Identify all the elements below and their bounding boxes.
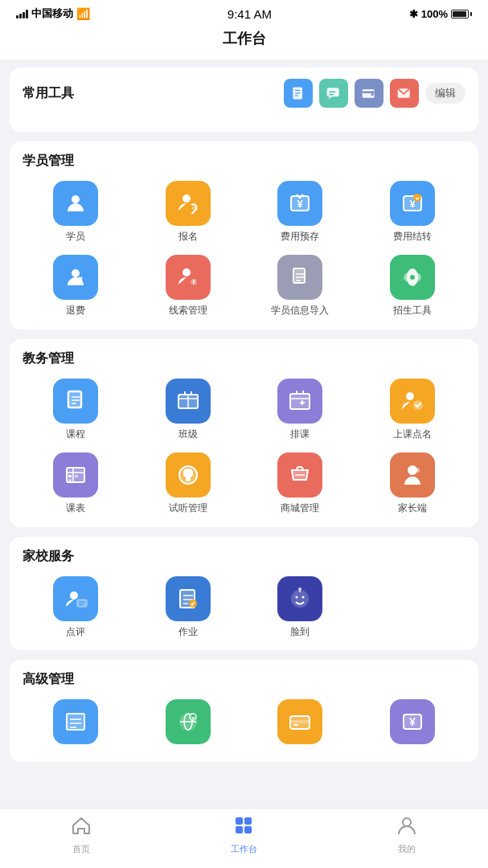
app-class[interactable]: 班级 (135, 379, 241, 440)
student-management-title: 学员管理 (23, 153, 74, 170)
app-fee-transfer[interactable]: ¥ 费用结转 (359, 181, 465, 242)
app-fee-deposit[interactable]: ¥ 费用预存 (248, 181, 354, 242)
student-management-grid: 学员 报名 ¥ 费用预存 ¥ 费用结转 (23, 181, 465, 317)
advanced-management-header: 高级管理 (23, 671, 465, 688)
edit-button[interactable]: 编辑 (425, 83, 465, 104)
svg-rect-94 (293, 724, 298, 726)
home-school-header: 家校服务 (23, 548, 465, 565)
svg-rect-59 (68, 475, 72, 477)
app-adv4[interactable]: ¥ (359, 699, 465, 749)
app-course-label: 课程 (66, 428, 85, 440)
app-timetable-label: 课表 (66, 502, 85, 514)
quick-mail-icon[interactable] (390, 79, 419, 108)
advanced-management-title: 高级管理 (23, 671, 74, 688)
app-refund[interactable]: 退费 (23, 255, 129, 316)
app-attendance[interactable]: 上课点名 (359, 379, 465, 440)
advanced-management-grid: ¥ (23, 699, 465, 749)
svg-rect-6 (329, 92, 335, 93)
tab-bar: 首页 工作台 我的 (0, 808, 488, 868)
app-clue[interactable]: 线索管理 (135, 255, 241, 316)
svg-point-14 (192, 206, 197, 211)
app-fee-transfer-label: 费用结转 (393, 231, 432, 242)
app-class-label: 班级 (178, 428, 198, 440)
quick-notebook-icon[interactable] (284, 79, 313, 108)
app-schedule-label: 排课 (290, 428, 310, 440)
svg-point-79 (302, 596, 305, 598)
svg-rect-100 (236, 826, 243, 833)
svg-point-22 (72, 269, 80, 277)
home-school-grid: 点评 作业 脸到 (23, 576, 465, 637)
app-attendance-label: 上课点名 (393, 428, 432, 440)
app-enroll[interactable]: 报名 (135, 181, 241, 242)
svg-text:¥: ¥ (409, 715, 416, 728)
app-student-label: 学员 (66, 231, 85, 242)
app-schedule[interactable]: 排课 (248, 379, 354, 440)
svg-point-80 (298, 588, 301, 591)
svg-point-23 (182, 268, 191, 276)
status-time: 9:41 AM (228, 7, 272, 21)
app-comment[interactable]: 点评 (23, 576, 129, 637)
quick-wallet-icon[interactable] (355, 79, 383, 108)
app-homework-label: 作业 (178, 626, 198, 637)
svg-rect-99 (244, 817, 252, 825)
app-trial-listen[interactable]: 试听管理 (135, 452, 241, 514)
quick-chat-icon[interactable] (319, 79, 348, 108)
app-adv1[interactable] (23, 699, 129, 749)
app-course[interactable]: 课程 (23, 379, 129, 440)
student-management-section: 学员管理 学员 报名 ¥ 费用预存 (10, 141, 478, 330)
app-student-import-label: 学员信息导入 (271, 305, 329, 316)
svg-rect-35 (68, 391, 81, 407)
app-parent-label: 家长端 (398, 502, 427, 514)
quick-tools-header: 常用工具 编辑 (23, 79, 465, 108)
svg-point-102 (403, 818, 411, 826)
status-left: 中国移动 📶 (16, 6, 90, 21)
home-school-section: 家校服务 点评 作业 脸到 (10, 537, 478, 650)
empty-slot-1 (359, 576, 465, 637)
svg-text:¥: ¥ (297, 198, 304, 210)
svg-point-21 (413, 194, 421, 202)
app-face-checkin-label: 脸到 (290, 626, 310, 637)
app-timetable[interactable]: 课表 (23, 452, 129, 514)
app-homework[interactable]: 作业 (135, 576, 241, 637)
app-clue-label: 线索管理 (169, 305, 207, 316)
student-management-header: 学员管理 (23, 153, 465, 170)
svg-rect-60 (75, 475, 78, 477)
tab-home-icon (71, 815, 92, 841)
app-enroll-tool-label: 招生工具 (393, 305, 432, 316)
app-comment-label: 点评 (66, 626, 85, 637)
app-adv2[interactable] (135, 699, 241, 749)
svg-rect-68 (77, 600, 87, 607)
app-student-import[interactable]: 学员信息导入 (248, 255, 354, 316)
app-enroll-label: 报名 (178, 231, 198, 242)
svg-rect-61 (68, 479, 72, 481)
app-adv3[interactable] (248, 699, 354, 749)
tab-home[interactable]: 首页 (0, 815, 162, 855)
academic-management-header: 教务管理 (23, 350, 465, 367)
svg-rect-7 (329, 94, 334, 96)
status-bar: 中国移动 📶 9:41 AM ✱ 100% (0, 0, 488, 24)
tab-mine-icon (396, 815, 417, 841)
tab-workbench-label: 工作台 (231, 843, 257, 855)
battery-text: 100% (421, 8, 448, 20)
svg-point-66 (415, 468, 420, 473)
svg-point-10 (371, 93, 374, 96)
svg-point-67 (70, 592, 78, 600)
svg-marker-5 (328, 96, 332, 99)
tab-mine[interactable]: 我的 (326, 815, 488, 855)
signal-icon (16, 9, 28, 18)
wifi-icon: 📶 (76, 7, 90, 20)
tab-workbench[interactable]: 工作台 (162, 815, 325, 855)
academic-management-title: 教务管理 (23, 350, 74, 367)
svg-rect-1 (295, 90, 301, 91)
app-enroll-tool[interactable]: 招生工具 (359, 255, 465, 316)
svg-rect-2 (295, 92, 301, 93)
app-student[interactable]: 学员 (23, 181, 129, 242)
content-area: 常用工具 编辑 (0, 59, 488, 826)
app-face-checkin[interactable]: 脸到 (248, 576, 354, 637)
svg-rect-98 (236, 817, 243, 825)
svg-rect-9 (363, 92, 375, 94)
app-parent[interactable]: 家长端 (359, 452, 465, 514)
svg-rect-46 (290, 394, 310, 409)
svg-point-13 (182, 194, 191, 203)
app-mall[interactable]: 商城管理 (248, 452, 354, 514)
